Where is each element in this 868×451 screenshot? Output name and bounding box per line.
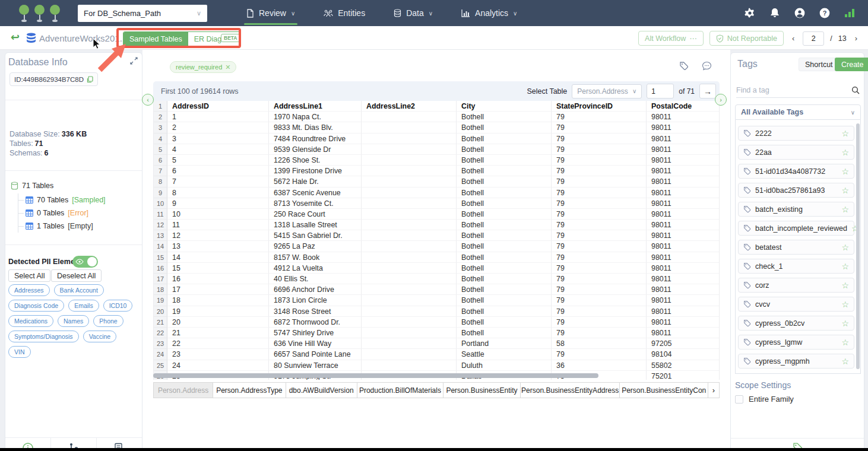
status-signal-icon[interactable] <box>844 8 855 18</box>
tag-list-item[interactable]: cypress_0b2cv☆ <box>738 316 854 331</box>
pii-visibility-toggle[interactable] <box>72 256 98 268</box>
tables-tree-root[interactable]: 71 Tables <box>11 182 53 190</box>
table-tab[interactable]: Production.BillOfMaterials <box>357 382 443 398</box>
table-row[interactable]: 13125415 San Gabriel Dr.Bothell7998011 <box>154 230 719 241</box>
tag-list-item[interactable]: cvcv☆ <box>738 297 854 312</box>
favorite-star-icon[interactable]: ☆ <box>841 262 849 271</box>
table-row[interactable]: 252480 Sunview TerraceDuluth3655802 <box>154 360 719 371</box>
favorite-star-icon[interactable]: ☆ <box>841 186 849 195</box>
tag-search-input[interactable] <box>736 86 851 94</box>
filter-chip-review-required[interactable]: review_required ✕ <box>170 61 236 73</box>
database-id-chip[interactable]: ID:449B862934B7C8D <box>9 72 98 86</box>
table-page-input[interactable] <box>647 84 674 99</box>
favorite-star-icon[interactable]: ☆ <box>841 129 849 138</box>
entire-family-option[interactable]: Entire Family <box>735 395 794 404</box>
schema-path-select[interactable]: For DB_Schema_Path ∨ <box>78 5 207 22</box>
tab-data[interactable]: Data ∨ <box>379 0 447 26</box>
table-tab[interactable]: Person.Address <box>153 382 213 398</box>
alt-workflow-button[interactable]: Alt Workflow ⋯ <box>638 31 704 46</box>
table-row[interactable]: 171640 Ellis St.Bothell7998011 <box>154 274 719 284</box>
favorite-star-icon[interactable]: ☆ <box>841 357 849 366</box>
prev-page-icon[interactable]: ‹ <box>790 34 797 43</box>
column-header[interactable]: StateProvinceID <box>552 101 647 112</box>
tag-list-item[interactable]: 2222☆ <box>738 126 854 141</box>
favorite-star-icon[interactable]: ☆ <box>841 319 849 328</box>
table-row[interactable]: 761399 Firestone DriveBothell7998011 <box>154 166 719 176</box>
tag-list-item[interactable]: 51-id0bac257861a93☆ <box>738 183 854 198</box>
column-header[interactable]: AddressLine1 <box>269 101 362 112</box>
table-row[interactable]: 329833 Mt. Dias Blv.Bothell7998011 <box>154 122 719 133</box>
remove-filter-icon[interactable]: ✕ <box>225 63 230 71</box>
tag-list-item[interactable]: batch_existing☆ <box>738 202 854 217</box>
table-row[interactable]: 19181873 Lion CircleBothell7998011 <box>154 295 719 306</box>
table-tab[interactable]: Person.AddressType <box>213 382 286 398</box>
table-row[interactable]: 14139265 La PazBothell7998011 <box>154 241 719 252</box>
table-row[interactable]: 651226 Shoe St.Bothell7998011 <box>154 155 719 166</box>
favorite-star-icon[interactable]: ☆ <box>841 281 849 290</box>
notifications-bell-icon[interactable] <box>769 8 780 18</box>
tree-item[interactable]: 70 Tables[Sampled] <box>18 193 106 207</box>
tag-list-item[interactable]: cypress_mgpmh☆ <box>738 354 854 369</box>
create-tag-button[interactable]: Create <box>835 58 868 71</box>
favorite-star-icon[interactable]: ☆ <box>841 205 849 214</box>
favorite-star-icon[interactable]: ☆ <box>841 148 849 157</box>
collapse-left-panel-button[interactable]: ‹ <box>142 94 154 106</box>
tag-icon[interactable] <box>679 61 689 71</box>
pii-chip[interactable]: Phone <box>93 315 123 327</box>
tag-search-field[interactable] <box>736 83 860 98</box>
pii-chip[interactable]: Vaccine <box>83 331 117 342</box>
horizontal-scrollbar[interactable] <box>153 373 598 378</box>
table-tabs-scroll-right[interactable]: › <box>708 382 720 398</box>
tree-item[interactable]: 0 Tables[Error] <box>18 207 106 220</box>
tag-list-item[interactable]: 22aa☆ <box>738 145 854 160</box>
table-row[interactable]: 21206872 Thornwood Dr.Bothell7998011 <box>154 317 719 328</box>
column-header[interactable]: PostalCode <box>647 101 720 112</box>
table-row[interactable]: 2322636 Vine Hill WayPortland5897205 <box>154 338 719 349</box>
tag-list-item[interactable]: check_1☆ <box>738 259 854 274</box>
table-row[interactable]: 1098713 Yosemite Ct.Bothell7998011 <box>154 198 719 209</box>
tags-scrollbar[interactable] <box>856 123 860 369</box>
next-page-icon[interactable]: › <box>853 34 860 43</box>
tab-entities[interactable]: Entities <box>309 0 379 26</box>
tag-list-item[interactable]: corz☆ <box>738 278 854 293</box>
tag-list-item[interactable]: batch_incomplete_reviewed☆ <box>738 221 854 236</box>
table-tab[interactable]: Person.BusinessEntityCon <box>620 382 708 398</box>
pii-chip[interactable]: Bank Account <box>54 284 104 296</box>
table-row[interactable]: 211970 Napa Ct.Bothell7998011 <box>154 112 719 122</box>
tag-list-item[interactable]: 51-id01d34a4087732☆ <box>738 164 854 179</box>
page-number-input[interactable] <box>803 31 824 46</box>
table-select-dropdown[interactable]: Person.Address ∨ <box>572 84 642 99</box>
table-row[interactable]: 549539 Glenside DrBothell7998011 <box>154 144 719 155</box>
tree-item[interactable]: 1 Tables[Empty] <box>18 220 106 233</box>
table-row[interactable]: 986387 Scenic AvenueBothell7998011 <box>154 188 719 198</box>
table-next-page-button[interactable]: → <box>699 84 716 99</box>
shortcut-button[interactable]: Shortcut <box>799 58 840 71</box>
deselect-all-button[interactable]: Deselect All <box>51 269 102 282</box>
select-all-button[interactable]: Select All <box>8 269 50 282</box>
back-button[interactable]: ↩ <box>11 31 20 43</box>
tag-list-item[interactable]: betatest☆ <box>738 240 854 255</box>
table-row[interactable]: 20193148 Rose StreetBothell7998011 <box>154 306 719 317</box>
pii-chip[interactable]: Names <box>58 315 89 327</box>
all-available-tags-header[interactable]: All Available Tags ∨ <box>735 104 861 120</box>
pii-chip[interactable]: VIN <box>8 346 31 358</box>
tab-analytics[interactable]: Analytics ∨ <box>447 0 531 26</box>
tab-review[interactable]: Review ∨ <box>232 0 309 26</box>
favorite-star-icon[interactable]: ☆ <box>841 300 849 309</box>
pii-chip[interactable]: ICD10 <box>103 300 133 312</box>
pii-chip[interactable]: Medications <box>8 315 53 327</box>
table-row[interactable]: 16154912 La VueltaBothell7998011 <box>154 263 719 274</box>
settings-gear-icon[interactable] <box>745 8 755 18</box>
collapse-right-panel-button[interactable]: › <box>715 94 727 106</box>
help-icon[interactable]: ? <box>819 8 830 18</box>
favorite-star-icon[interactable]: ☆ <box>841 167 849 176</box>
pii-chip[interactable]: Addresses <box>8 284 50 296</box>
table-tab[interactable]: dbo.AWBuildVersion <box>286 382 357 398</box>
not-reportable-button[interactable]: Not Reportable <box>709 31 784 46</box>
favorite-star-icon[interactable]: ☆ <box>841 338 849 347</box>
column-header[interactable]: AddressLine2 <box>362 101 457 112</box>
pii-chip[interactable]: Diagnosis Code <box>8 300 64 312</box>
table-row[interactable]: 18176696 Anchor DriveBothell7998011 <box>154 284 719 295</box>
table-tab[interactable]: Person.BusinessEntityAddress <box>521 382 620 398</box>
table-row[interactable]: 22215747 Shirley DriveBothell7998011 <box>154 328 719 338</box>
